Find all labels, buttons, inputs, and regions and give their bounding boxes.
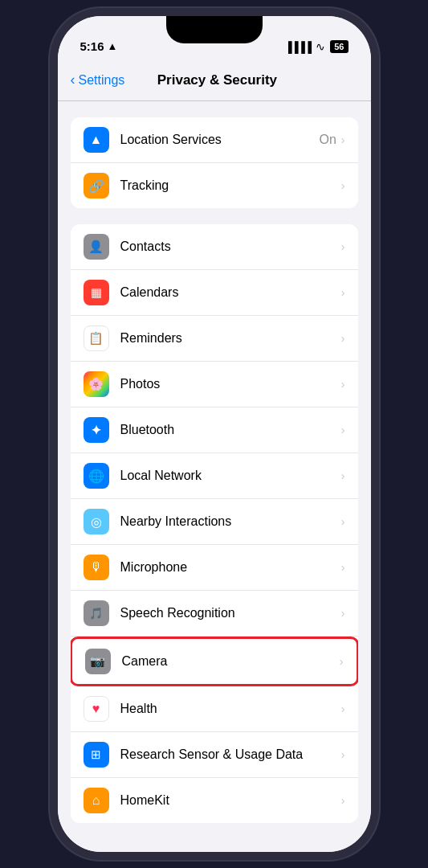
health-icon: ♥ — [84, 696, 109, 722]
status-time: 5:16 ▲ — [80, 39, 118, 53]
chevron-icon: › — [341, 286, 345, 299]
homekit-icon: ⌂ — [84, 788, 109, 813]
chevron-icon: › — [341, 179, 345, 192]
microphone-label: Microphone — [120, 560, 341, 575]
contacts-icon: 👤 — [84, 234, 109, 260]
nearby-interactions-label: Nearby Interactions — [120, 514, 341, 529]
bluetooth-label: Bluetooth — [120, 423, 341, 437]
list-item[interactable]: ▦ Calendars › — [71, 270, 358, 316]
research-sensor-icon: ⊞ — [84, 742, 109, 768]
list-item[interactable]: 🎙 Microphone › — [71, 545, 358, 591]
list-item[interactable]: 🌸 Photos › — [71, 362, 358, 407]
contacts-label: Contacts — [120, 240, 341, 254]
nearby-interactions-icon: ◎ — [84, 509, 109, 534]
microphone-icon: 🎙 — [84, 555, 109, 580]
nav-bar: ‹ Settings Privacy & Security — [58, 59, 371, 101]
tracking-icon: 🔗 — [84, 173, 109, 199]
nav-title: Privacy & Security — [124, 72, 309, 88]
notch — [166, 16, 263, 43]
back-chevron-icon: ‹ — [71, 72, 75, 88]
data-access-group: 👤 Contacts › ▦ Calendars › 📋 Reminders › — [71, 224, 358, 823]
list-item[interactable]: 🎵 Speech Recognition › — [71, 591, 358, 637]
list-item[interactable]: ✦ Bluetooth › — [71, 407, 358, 453]
list-item[interactable]: 📋 Reminders › — [71, 316, 358, 362]
photos-icon: 🌸 — [84, 371, 109, 397]
chevron-icon: › — [341, 748, 345, 761]
list-item[interactable]: ♥ Health › — [71, 686, 358, 732]
location-tracking-group: ▲ Location Services On › 🔗 Tracking › — [71, 117, 358, 208]
list-item[interactable]: ⌂ HomeKit › — [71, 778, 358, 823]
chevron-icon: › — [341, 469, 345, 482]
back-button[interactable]: ‹ Settings — [71, 72, 125, 88]
chevron-icon: › — [341, 240, 345, 253]
chevron-icon: › — [341, 133, 345, 146]
battery-icon: 56 — [330, 40, 348, 53]
status-icons: ▐▐▐▐ ∿ 56 — [284, 40, 348, 53]
local-network-label: Local Network — [120, 469, 341, 483]
list-item[interactable]: 🌐 Local Network › — [71, 453, 358, 499]
wifi-icon: ∿ — [316, 40, 325, 53]
signal-icon: ▐▐▐▐ — [284, 41, 311, 53]
research-sensor-label: Research Sensor & Usage Data — [120, 747, 341, 762]
list-item[interactable]: ◎ Nearby Interactions › — [71, 499, 358, 545]
chevron-icon: › — [341, 378, 345, 391]
photos-label: Photos — [120, 377, 341, 391]
chevron-icon: › — [340, 655, 344, 668]
chevron-icon: › — [341, 515, 345, 528]
status-bar: 5:16 ▲ ▐▐▐▐ ∿ 56 — [58, 16, 371, 59]
speech-recognition-label: Speech Recognition — [120, 606, 341, 620]
location-services-icon: ▲ — [84, 127, 109, 153]
calendars-label: Calendars — [120, 285, 341, 300]
content-area: ▲ Location Services On › 🔗 Tracking › 👤 — [58, 101, 371, 852]
location-services-label: Location Services — [120, 133, 320, 147]
tracking-label: Tracking — [120, 178, 341, 193]
list-item[interactable]: 🔗 Tracking › — [71, 163, 358, 208]
chevron-icon: › — [341, 702, 345, 715]
calendars-icon: ▦ — [84, 280, 109, 305]
chevron-icon: › — [341, 794, 345, 807]
list-item[interactable]: 📷 Camera › — [71, 637, 358, 686]
reminders-label: Reminders — [120, 331, 341, 346]
location-active-icon: ▲ — [108, 40, 118, 52]
bluetooth-icon: ✦ — [84, 417, 109, 443]
camera-icon: 📷 — [85, 649, 111, 674]
phone-frame: 5:16 ▲ ▐▐▐▐ ∿ 56 ‹ Settings Privacy & Se… — [58, 16, 371, 852]
camera-label: Camera — [122, 654, 340, 669]
list-item[interactable]: ▲ Location Services On › — [71, 117, 358, 163]
time-label: 5:16 — [80, 39, 104, 53]
chevron-icon: › — [341, 332, 345, 345]
reminders-icon: 📋 — [84, 326, 109, 351]
homekit-label: HomeKit — [120, 793, 341, 808]
local-network-icon: 🌐 — [84, 463, 109, 489]
list-item[interactable]: ⊞ Research Sensor & Usage Data › — [71, 732, 358, 778]
speech-recognition-icon: 🎵 — [84, 600, 109, 626]
list-item[interactable]: 👤 Contacts › — [71, 224, 358, 270]
chevron-icon: › — [341, 607, 345, 620]
health-label: Health — [120, 702, 341, 716]
chevron-icon: › — [341, 424, 345, 436]
location-services-value: On — [319, 133, 336, 147]
back-label: Settings — [79, 73, 125, 88]
chevron-icon: › — [341, 561, 345, 574]
